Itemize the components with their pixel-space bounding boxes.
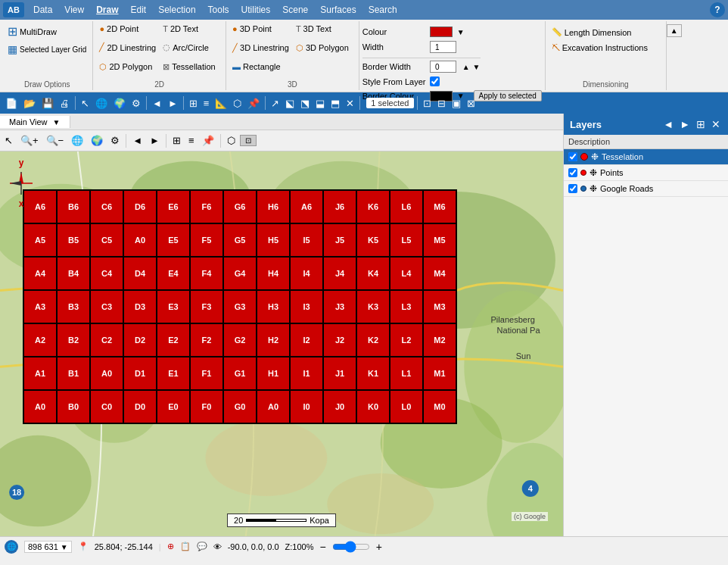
grid-cell[interactable]: G6 <box>223 190 257 223</box>
border-width-down[interactable]: ▼ <box>473 63 481 71</box>
grid-cell[interactable]: I5 <box>290 223 323 257</box>
grid-cell[interactable]: C0 <box>90 390 123 423</box>
rectangle-button[interactable]: ▬ Rectangle <box>229 61 292 73</box>
id-dropdown[interactable]: ▼ <box>61 543 68 551</box>
length-dimension-button[interactable]: 📏 Length Dimension <box>549 26 635 39</box>
colour-picker[interactable] <box>430 27 453 37</box>
grid-cell[interactable]: D4 <box>123 257 157 290</box>
grid-cell[interactable]: K6 <box>356 190 390 223</box>
grid-cell[interactable]: C2 <box>90 323 123 357</box>
2d-text-button[interactable]: T 2D Text <box>160 23 222 35</box>
grid-cell[interactable]: F2 <box>190 323 223 357</box>
menu-selection[interactable]: Selection <box>152 3 201 17</box>
grid-cell[interactable]: J5 <box>323 223 356 257</box>
tb-globe[interactable]: 🌐 <box>93 97 110 110</box>
grid-cell[interactable]: A2 <box>23 323 57 357</box>
3d-linestring-button[interactable]: ╱ 3D Linestring <box>229 42 292 55</box>
menu-draw[interactable]: Draw <box>90 3 124 17</box>
tb-polysel[interactable]: ⬔ <box>298 97 312 110</box>
app-logo[interactable]: AB <box>3 2 24 17</box>
menu-scene[interactable]: Scene <box>276 3 314 17</box>
grid-cell[interactable]: B5 <box>57 223 90 257</box>
map-layers-btn[interactable]: ≡ <box>185 133 198 148</box>
grid-cell[interactable]: M1 <box>423 357 456 390</box>
grid-cell[interactable]: L6 <box>390 190 423 223</box>
grid-cell[interactable]: L0 <box>390 390 423 423</box>
grid-cell[interactable]: A3 <box>23 290 57 323</box>
grid-cell[interactable]: J1 <box>323 357 356 390</box>
style-from-layer-checkbox[interactable] <box>430 76 440 86</box>
grid-cell[interactable]: G2 <box>223 323 257 357</box>
grid-cell[interactable]: M2 <box>423 323 456 357</box>
menu-edit[interactable]: Edit <box>125 3 153 17</box>
grid-cell[interactable]: B4 <box>57 257 90 290</box>
menu-view[interactable]: View <box>58 3 90 17</box>
tb-cursor[interactable]: ↖ <box>79 97 92 110</box>
grid-cell[interactable]: E5 <box>157 223 190 257</box>
layer-item-tesselation[interactable]: ❉ Tesselation <box>564 149 728 165</box>
tb-pin[interactable]: 📌 <box>245 97 262 110</box>
grid-cell[interactable]: F0 <box>190 390 223 423</box>
grid-cell[interactable]: D6 <box>123 190 157 223</box>
tb-forward[interactable]: ► <box>166 97 180 110</box>
grid-cell[interactable]: H1 <box>257 357 290 390</box>
map-cursor-btn[interactable]: ↖ <box>2 133 16 148</box>
tb-print[interactable]: 🖨 <box>58 97 72 110</box>
grid-cell[interactable]: A0 <box>23 390 57 423</box>
tb-open[interactable]: 📂 <box>21 97 38 110</box>
grid-cell[interactable]: L1 <box>390 357 423 390</box>
grid-cell[interactable]: M6 <box>423 190 456 223</box>
grid-cell[interactable]: A6 <box>290 190 323 223</box>
grid-cell[interactable]: F5 <box>190 223 223 257</box>
grid-cell[interactable]: J0 <box>323 390 356 423</box>
grid-cell[interactable]: H6 <box>257 190 290 223</box>
grid-cell[interactable]: C4 <box>90 257 123 290</box>
2d-linestring-button[interactable]: ╱ 2D Linestring <box>96 41 159 54</box>
grid-cell[interactable]: D3 <box>123 290 157 323</box>
grid-cell[interactable]: E4 <box>157 257 190 290</box>
grid-cell[interactable]: B1 <box>57 357 90 390</box>
grid-cell[interactable]: A4 <box>23 257 57 290</box>
status-globe-btn[interactable]: 🌐 <box>5 540 18 554</box>
grid-cell[interactable]: H4 <box>257 257 290 290</box>
grid-cell[interactable]: K4 <box>356 257 390 290</box>
grid-cell[interactable]: E1 <box>157 357 190 390</box>
grid-cell[interactable]: A0 <box>123 223 157 257</box>
grid-cell[interactable]: E3 <box>157 290 190 323</box>
layers-expand-btn[interactable]: ⊞ <box>695 118 707 130</box>
coordinate-id-box[interactable]: 898 631 ▼ <box>24 541 72 553</box>
tessellation-button[interactable]: ⊠ Tessellation <box>160 61 222 73</box>
layers-forward-btn[interactable]: ► <box>678 118 692 130</box>
grid-cell[interactable]: H2 <box>257 323 290 357</box>
grid-cell[interactable]: L5 <box>390 223 423 257</box>
grid-cell[interactable]: F4 <box>190 257 223 290</box>
tb-cursor2[interactable]: ↗ <box>269 97 282 110</box>
main-view-tab[interactable]: Main View ▼ <box>0 116 70 128</box>
grid-cell[interactable]: L4 <box>390 257 423 290</box>
map-scale-btn[interactable]: ⊡ <box>240 135 257 146</box>
map-globe-btn[interactable]: 🌐 <box>68 133 86 148</box>
map-gear-btn[interactable]: ⚙ <box>107 133 123 148</box>
grid-cell[interactable]: J6 <box>323 190 356 223</box>
grid-cell[interactable]: M0 <box>423 390 456 423</box>
map-globe2-btn[interactable]: 🌍 <box>88 133 106 148</box>
grid-cell[interactable]: J2 <box>323 323 356 357</box>
3d-point-button[interactable]: ● 3D Point <box>229 23 292 35</box>
grid-cell[interactable]: I2 <box>290 323 323 357</box>
layer-visible-google-roads[interactable] <box>568 184 577 193</box>
grid-cell[interactable]: G4 <box>223 257 257 290</box>
grid-cell[interactable]: F6 <box>190 190 223 223</box>
tb-icon3[interactable]: ▣ <box>450 97 463 110</box>
grid-cell[interactable]: K5 <box>356 223 390 257</box>
tb-measure[interactable]: 📐 <box>213 97 229 110</box>
grid-cell[interactable]: C5 <box>90 223 123 257</box>
grid-cell[interactable]: D2 <box>123 323 157 357</box>
grid-cell[interactable]: C6 <box>90 190 123 223</box>
grid-cell[interactable]: A0 <box>257 390 290 423</box>
menu-utilities[interactable]: Utilities <box>235 3 277 17</box>
3d-polygon-button[interactable]: ⬡ 3D Polygon <box>293 42 356 55</box>
map-nav-btn[interactable]: ⬡ <box>224 133 238 148</box>
grid-cell[interactable]: E0 <box>157 390 190 423</box>
layer-item-google-roads[interactable]: ❉ Google Roads <box>564 181 728 197</box>
grid-cell[interactable]: I4 <box>290 257 323 290</box>
